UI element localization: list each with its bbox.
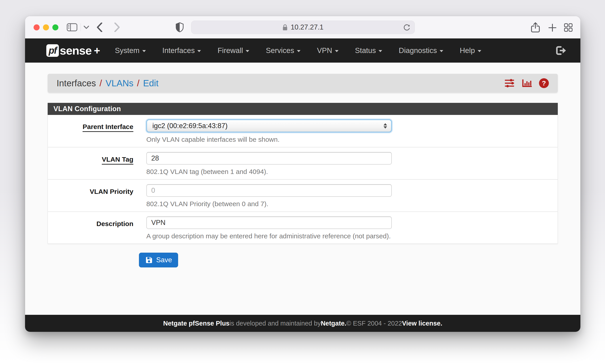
browser-toolbar: 10.27.27.1	[25, 16, 580, 39]
url-text: 10.27.27.1	[291, 23, 323, 31]
vlan-configuration-panel: VLAN Configuration Parent Interface igc2…	[48, 103, 558, 244]
vlan-priority-label: VLAN Priority	[48, 184, 146, 208]
footer-copyright: © ESF 2004 - 2022	[346, 320, 402, 327]
parent-interface-value: igc2 (00:e2:69:5a:43:87)	[152, 122, 228, 130]
menu-item-status[interactable]: Status	[355, 46, 382, 55]
description-input[interactable]	[146, 216, 392, 229]
caret-down-icon	[297, 50, 300, 52]
footer: Netgate pfSense Plus is developed and ma…	[25, 315, 580, 332]
zoom-window-button[interactable]	[52, 24, 58, 30]
shield-icon[interactable]	[175, 22, 184, 32]
close-window-button[interactable]	[34, 24, 40, 30]
menu-item-diagnostics[interactable]: Diagnostics	[399, 46, 443, 55]
panel-title: VLAN Configuration	[48, 103, 558, 115]
vlan-tag-help: 802.1Q VLAN tag (between 1 and 4094).	[146, 168, 558, 176]
share-icon[interactable]	[530, 22, 540, 33]
help-icon[interactable]: ?	[539, 78, 549, 88]
panel-body: Parent Interface igc2 (00:e2:69:5a:43:87…	[48, 115, 558, 244]
toolbar-divider	[81, 23, 81, 31]
caret-down-icon	[335, 50, 338, 52]
sliders-icon[interactable]	[504, 78, 515, 88]
chevron-down-icon[interactable]	[84, 26, 89, 29]
logo-sense-text: sense	[60, 44, 92, 57]
menu-label: Interfaces	[162, 46, 195, 55]
caret-down-icon	[378, 50, 382, 52]
new-tab-icon[interactable]	[548, 24, 557, 32]
footer-text: is developed and maintained by	[229, 320, 321, 327]
form-row-vlan-priority: VLAN Priority 802.1Q VLAN Priority (betw…	[48, 179, 558, 211]
bar-chart-icon[interactable]	[522, 78, 532, 88]
form-row-vlan-tag: VLAN Tag 802.1Q VLAN tag (between 1 and …	[48, 147, 558, 179]
caret-down-icon	[142, 50, 146, 52]
breadcrumb-separator: /	[96, 78, 106, 88]
help-glyph: ?	[542, 79, 546, 87]
footer-product: Netgate pfSense Plus	[163, 320, 229, 327]
menu-item-firewall[interactable]: Firewall	[217, 46, 249, 55]
breadcrumb-edit-link[interactable]: Edit	[143, 78, 158, 88]
menu-label: Help	[460, 46, 475, 55]
vlan-tag-label: VLAN Tag	[48, 152, 146, 176]
menu-label: Firewall	[217, 46, 243, 55]
menu-label: Services	[266, 46, 294, 55]
menu-item-help[interactable]: Help	[460, 46, 481, 55]
caret-down-icon	[478, 50, 481, 52]
breadcrumb-actions: ?	[504, 78, 549, 88]
save-button[interactable]: Save	[139, 253, 178, 267]
caret-down-icon	[197, 50, 201, 52]
menu-item-interfaces[interactable]: Interfaces	[162, 46, 201, 55]
breadcrumb-separator: /	[133, 78, 143, 88]
traffic-lights	[34, 24, 58, 30]
back-icon[interactable]	[97, 23, 103, 32]
url-bar[interactable]: 10.27.27.1	[191, 21, 415, 34]
parent-interface-help: Only VLAN capable interfaces will be sho…	[146, 136, 558, 143]
menu-item-system[interactable]: System	[115, 46, 146, 55]
select-stepper-icon	[384, 123, 387, 129]
minimize-window-button[interactable]	[43, 24, 49, 30]
caret-down-icon	[440, 50, 443, 52]
pfsense-logo-badge: pf	[46, 44, 59, 57]
menu-label: System	[115, 46, 139, 55]
parent-interface-label: Parent Interface	[48, 119, 146, 143]
menu-item-services[interactable]: Services	[266, 46, 300, 55]
forward-icon[interactable]	[114, 23, 120, 32]
logout-icon[interactable]	[555, 46, 567, 55]
vlan-priority-input[interactable]	[146, 184, 392, 197]
menu-label: Status	[355, 46, 376, 55]
vlan-priority-help: 802.1Q VLAN Priority (between 0 and 7).	[146, 200, 558, 208]
save-button-label: Save	[156, 256, 172, 264]
menu-label: VPN	[317, 46, 332, 55]
main-menu: System Interfaces Firewall Services VPN …	[115, 46, 481, 55]
lock-icon	[282, 24, 288, 31]
footer-view-license-link[interactable]: View license.	[402, 320, 442, 327]
parent-interface-select[interactable]: igc2 (00:e2:69:5a:43:87)	[146, 119, 392, 132]
vlan-tag-input[interactable]	[146, 152, 392, 165]
menu-label: Diagnostics	[399, 46, 437, 55]
tab-overview-icon[interactable]	[564, 23, 573, 32]
description-label: Description	[48, 216, 146, 240]
menu-item-vpn[interactable]: VPN	[317, 46, 338, 55]
browser-window: 10.27.27.1	[25, 16, 580, 332]
caret-down-icon	[246, 50, 249, 52]
pfsense-navbar: pf sense + System Interfaces Firewall Se…	[25, 39, 580, 63]
logo-pf-text: pf	[49, 45, 57, 56]
sidebar-icon[interactable]	[67, 23, 77, 32]
pfsense-logo[interactable]: pf sense +	[46, 44, 100, 57]
refresh-icon[interactable]	[403, 24, 411, 31]
save-icon	[145, 256, 153, 264]
logo-plus-text: +	[94, 44, 100, 57]
footer-netgate-link[interactable]: Netgate.	[321, 320, 346, 327]
breadcrumb-vlans-link[interactable]: VLANs	[106, 78, 134, 88]
page-content: Interfaces / VLANs / Edit	[25, 63, 580, 315]
form-row-parent-interface: Parent Interface igc2 (00:e2:69:5a:43:87…	[48, 115, 558, 147]
save-row: Save	[139, 253, 580, 267]
breadcrumb: Interfaces / VLANs / Edit	[48, 74, 558, 92]
form-row-description: Description A group description may be e…	[48, 211, 558, 244]
breadcrumb-interfaces: Interfaces	[57, 78, 96, 88]
description-help: A group description may be entered here …	[146, 232, 558, 240]
